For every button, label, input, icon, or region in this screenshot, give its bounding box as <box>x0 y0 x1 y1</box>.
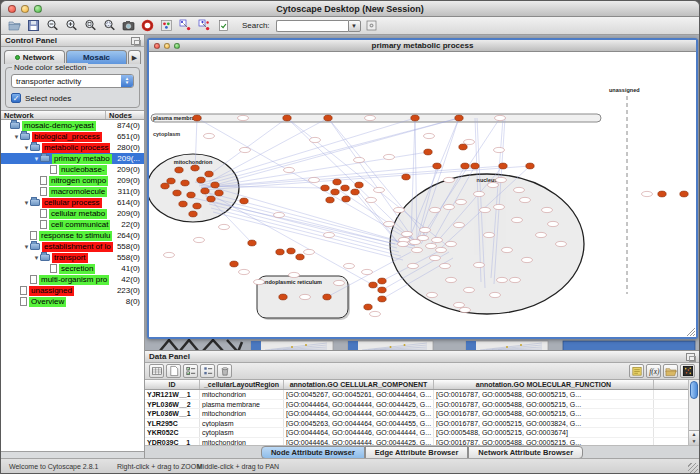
network-node[interactable] <box>480 207 491 212</box>
network-edge[interactable] <box>207 200 397 248</box>
tab-edge-attribute-browser[interactable]: Edge Attribute Browser <box>365 446 468 459</box>
network-node[interactable] <box>444 204 455 209</box>
select-attributes-button[interactable] <box>183 364 198 378</box>
zoom-fit-icon[interactable] <box>82 18 98 33</box>
network-node[interactable] <box>187 192 195 198</box>
network-node[interactable] <box>181 180 189 186</box>
network-node[interactable] <box>374 187 385 192</box>
open-session-icon[interactable] <box>6 18 22 33</box>
delete-attribute-button[interactable] <box>217 364 232 378</box>
network-node[interactable] <box>454 302 465 307</box>
tree-row[interactable]: secretion41(0) <box>1 263 144 274</box>
network-edge[interactable] <box>211 208 401 256</box>
network-node[interactable] <box>323 294 331 300</box>
network-node[interactable] <box>412 247 423 252</box>
expand-triangle-icon[interactable]: ▼ <box>33 156 40 162</box>
network-node[interactable] <box>215 190 223 196</box>
tree-row[interactable]: Overview8(0) <box>1 296 144 307</box>
network-node[interactable] <box>402 174 410 180</box>
network-node[interactable] <box>494 204 505 209</box>
expand-triangle-icon[interactable]: ▼ <box>13 134 20 140</box>
network-node[interactable] <box>446 241 457 246</box>
network-node[interactable] <box>167 178 175 184</box>
float-panel-icon[interactable] <box>131 37 140 45</box>
network-node[interactable] <box>207 196 215 202</box>
tab-network-attribute-browser[interactable]: Network Attribute Browser <box>468 446 583 459</box>
network-node[interactable] <box>230 261 238 267</box>
zoom-window-button[interactable] <box>34 5 42 13</box>
network-node[interactable] <box>394 207 405 212</box>
tree-row[interactable]: cell communicat22(0) <box>1 219 144 230</box>
table-row[interactable]: YDR039C__1mitochondrion[GO:0044464, GO:0… <box>145 438 688 446</box>
network-node[interactable] <box>432 237 443 242</box>
network-node[interactable] <box>238 115 249 120</box>
network-node[interactable] <box>426 243 437 248</box>
network-node[interactable] <box>164 252 175 257</box>
network-edge[interactable] <box>205 196 395 244</box>
zoom-in-icon[interactable] <box>63 18 79 33</box>
network-node[interactable] <box>454 222 465 227</box>
snapshot-icon[interactable] <box>120 18 136 33</box>
network-node[interactable] <box>362 269 373 274</box>
network-node[interactable] <box>378 296 386 302</box>
tree-row[interactable]: nitrogen compo209(0) <box>1 175 144 186</box>
tree-header[interactable]: Network Nodes <box>1 110 144 120</box>
network-node[interactable] <box>418 235 429 240</box>
network-node[interactable] <box>512 217 523 222</box>
tab-node-attribute-browser[interactable]: Node Attribute Browser <box>261 446 365 459</box>
tab-network[interactable]: Network <box>4 50 65 64</box>
network-node[interactable] <box>309 177 320 182</box>
network-view-window[interactable]: primary metabolic process plasma membran… <box>147 38 698 339</box>
layout-b-icon[interactable] <box>196 18 212 33</box>
tree-row[interactable]: ▼primary metabo209(... <box>1 153 144 164</box>
network-node[interactable] <box>384 154 395 159</box>
tree-row[interactable]: unassigned223(0) <box>1 285 144 296</box>
network-node[interactable] <box>680 191 688 197</box>
more-tabs-button[interactable]: ▶ <box>128 50 141 64</box>
network-node[interactable] <box>239 269 250 274</box>
network-node[interactable] <box>384 221 395 226</box>
tree-row[interactable]: macromolecule311(0) <box>1 186 144 197</box>
network-canvas[interactable]: plasma membranecytoplasmmitochondrionnuc… <box>149 52 696 337</box>
minimize-button[interactable] <box>21 5 29 13</box>
notes-button[interactable] <box>629 364 644 378</box>
network-node[interactable] <box>279 294 287 300</box>
network-node[interactable] <box>344 263 355 268</box>
table-row[interactable]: YLR295Ccytoplasm[GO:0045263, GO:0044464,… <box>145 419 688 429</box>
network-node[interactable] <box>378 278 386 284</box>
attribute-list-button[interactable] <box>200 364 215 378</box>
network-node[interactable] <box>370 311 381 316</box>
network-node[interactable] <box>284 167 295 172</box>
canvas-resize-grip[interactable] <box>687 328 695 336</box>
network-node[interactable] <box>276 249 284 255</box>
network-node[interactable] <box>334 280 345 285</box>
network-window-titlebar[interactable]: primary metabolic process <box>149 40 696 52</box>
network-node[interactable] <box>351 189 359 195</box>
network-node[interactable] <box>456 199 467 204</box>
network-node[interactable] <box>642 191 653 196</box>
network-node[interactable] <box>455 115 463 121</box>
expand-triangle-icon[interactable]: ▼ <box>23 244 30 250</box>
network-node[interactable] <box>427 292 438 297</box>
network-node[interactable] <box>411 115 419 121</box>
column-header[interactable]: annotation.GO CELLULAR_COMPONENT <box>284 380 434 389</box>
network-node[interactable] <box>488 182 499 187</box>
function-builder-button[interactable]: f(x) <box>646 364 661 378</box>
network-node[interactable] <box>495 115 506 120</box>
network-edge[interactable] <box>205 192 415 246</box>
network-node[interactable] <box>440 263 451 268</box>
window-titlebar[interactable]: Cytoscape Desktop (New Session) <box>1 1 699 17</box>
network-node[interactable] <box>283 115 291 121</box>
network-node[interactable] <box>369 282 377 288</box>
zoom-selected-icon[interactable] <box>101 18 117 33</box>
network-node[interactable] <box>520 197 531 202</box>
network-node[interactable] <box>514 187 525 192</box>
attribute-table[interactable]: ID_cellularLayoutRegionannotation.GO CEL… <box>145 380 688 445</box>
tree-row[interactable]: nucleobase-209(0) <box>1 164 144 175</box>
close-button[interactable] <box>8 5 16 13</box>
table-row[interactable]: YPL036W__2plasma membrane[GO:0044464, GO… <box>145 400 688 410</box>
tab-mosaic[interactable]: Mosaic <box>66 50 127 64</box>
network-node[interactable] <box>536 232 547 237</box>
tree-row[interactable]: ▼establishment of lo558(0) <box>1 241 144 252</box>
layout-a-icon[interactable] <box>177 18 193 33</box>
